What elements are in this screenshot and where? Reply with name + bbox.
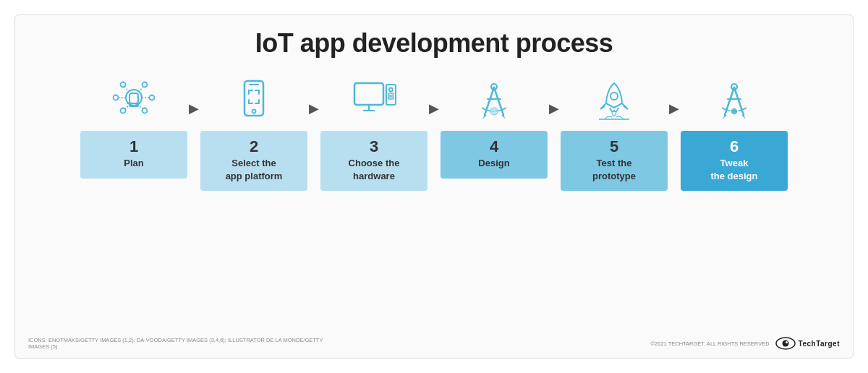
step-3-label: Choose thehardware (326, 157, 422, 182)
step-wrapper-6: 6 Tweakthe design (681, 74, 788, 191)
step-6-num: 6 (686, 138, 782, 155)
step-wrapper-3: 3 Choose thehardware (320, 74, 427, 191)
svg-point-40 (490, 108, 498, 115)
svg-marker-47 (741, 115, 746, 119)
icons-credit: ICONS: ENOTMAKS/GETTY IMAGES (1,2); DA-V… (28, 337, 332, 350)
step-wrapper-2: 2 Select theapp platform (200, 74, 307, 191)
tweak-design-icon (709, 77, 760, 124)
step-1: 1 Plan (80, 74, 187, 179)
techtarget-logo: TechTarget (775, 336, 840, 351)
svg-rect-32 (388, 93, 393, 95)
main-container: IoT app development process (14, 14, 854, 359)
step-2-icon-area (225, 74, 283, 127)
step-4-num: 4 (446, 138, 542, 155)
page-title: IoT app development process (255, 28, 613, 59)
step-wrapper-5: 5 Test theprototype (561, 74, 668, 191)
step-3-icon-area (345, 74, 403, 127)
step-wrapper-4: 4 Design (441, 74, 548, 179)
step-5-label: Test theprototype (566, 157, 662, 182)
arrow-4: ▶ (549, 100, 559, 116)
svg-point-6 (150, 95, 155, 100)
step-2-num: 2 (206, 138, 302, 155)
select-platform-icon (229, 77, 279, 124)
svg-line-15 (138, 106, 143, 109)
footer: ICONS: ENOTMAKS/GETTY IMAGES (1,2); DA-V… (15, 336, 853, 351)
svg-marker-38 (501, 115, 506, 119)
step-5-box: 5 Test theprototype (561, 131, 668, 191)
arrow-3: ▶ (429, 100, 439, 116)
design-icon (469, 77, 519, 124)
svg-rect-1 (129, 93, 138, 103)
svg-line-11 (139, 86, 143, 92)
svg-rect-16 (244, 81, 263, 116)
step-4-box: 4 Design (441, 131, 548, 179)
step-1-box: 1 Plan (80, 131, 187, 179)
svg-marker-46 (723, 115, 727, 119)
step-4-label: Design (446, 157, 542, 170)
step-2-box: 2 Select theapp platform (200, 131, 307, 191)
svg-point-31 (389, 87, 393, 91)
arrow-5: ▶ (669, 100, 679, 116)
step-2: 2 Select theapp platform (200, 74, 307, 191)
step-1-label: Plan (86, 157, 182, 170)
svg-point-41 (610, 93, 618, 100)
svg-point-17 (252, 109, 256, 113)
svg-rect-27 (354, 83, 383, 105)
techtarget-eye-icon (775, 336, 796, 351)
footer-right: ©2021 TECHTARGET. ALL RIGHTS RESERVED Te… (651, 336, 840, 351)
svg-line-9 (124, 86, 129, 92)
svg-point-49 (731, 108, 738, 115)
svg-point-51 (782, 340, 788, 347)
step-1-icon-area (105, 74, 163, 127)
step-5: 5 Test theprototype (561, 74, 668, 191)
choose-hardware-icon (349, 77, 399, 124)
svg-line-13 (124, 106, 129, 109)
step-3: 3 Choose thehardware (320, 74, 427, 191)
step-6-label: Tweakthe design (686, 157, 782, 182)
step-4: 4 Design (441, 74, 548, 179)
step-2-label: Select theapp platform (206, 157, 302, 182)
step-5-num: 5 (566, 138, 662, 155)
techtarget-brand: TechTarget (799, 340, 840, 348)
step-1-num: 1 (86, 138, 182, 155)
arrow-2: ▶ (309, 100, 319, 116)
step-3-box: 3 Choose thehardware (320, 131, 427, 191)
svg-point-52 (786, 341, 788, 343)
svg-marker-37 (482, 115, 487, 119)
svg-rect-33 (388, 97, 393, 99)
svg-point-4 (114, 95, 119, 100)
copyright: ©2021 TECHTARGET. ALL RIGHTS RESERVED (651, 340, 770, 347)
step-4-icon-area (465, 74, 523, 127)
test-prototype-icon (589, 77, 639, 124)
arrow-1: ▶ (189, 100, 199, 116)
step-5-icon-area (585, 74, 643, 127)
step-6: 6 Tweakthe design (681, 74, 788, 191)
step-3-num: 3 (326, 138, 422, 155)
step-6-box: 6 Tweakthe design (681, 131, 788, 191)
steps-container: 1 Plan ▶ (30, 74, 838, 191)
step-wrapper-1: 1 Plan (80, 74, 187, 179)
step-6-icon-area (705, 74, 763, 127)
plan-icon (109, 77, 159, 124)
